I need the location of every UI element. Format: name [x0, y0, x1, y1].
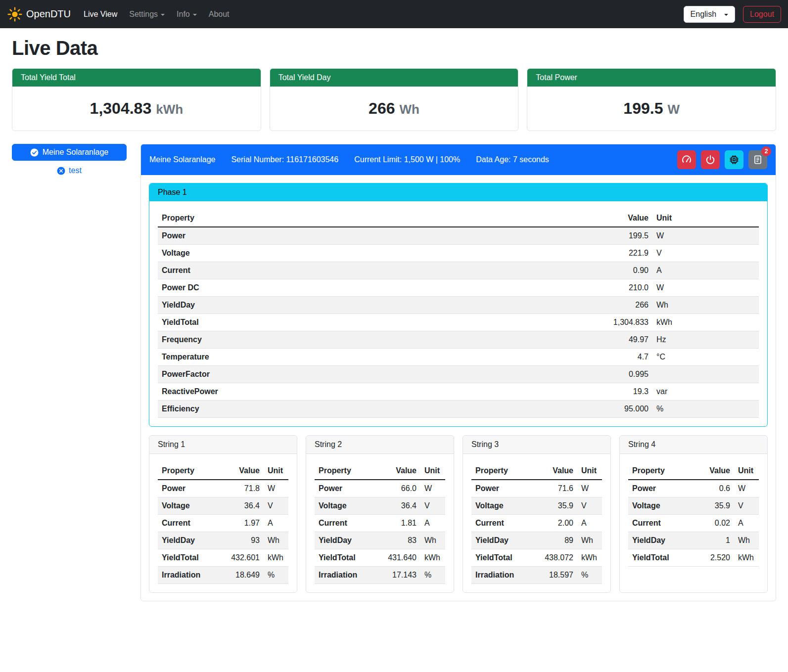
unit-cell: A [734, 515, 759, 532]
property-cell: YieldDay [158, 297, 454, 314]
property-cell: YieldDay [628, 532, 693, 549]
summary-card-total-power: Total Power 199.5W [527, 68, 776, 131]
language-select[interactable]: English [684, 6, 735, 23]
header-property: Property [628, 462, 693, 480]
table-body: Power71.8WVoltage36.4VCurrent1.97AYieldD… [158, 480, 288, 584]
header-unit: Unit [420, 462, 445, 480]
summary-value: 266 [369, 99, 395, 117]
nav-item-label: Settings [129, 10, 158, 19]
table-row: YieldTotal432.601kWh [158, 549, 288, 567]
unit-cell: % [577, 567, 602, 584]
summary-cards-row: Total Yield Total 1,304.83kWh Total Yiel… [12, 68, 776, 131]
value-cell: 0.90 [454, 262, 652, 279]
navbar-right: English Logout [684, 6, 781, 23]
speedometer-icon [681, 154, 692, 165]
page-title: Live Data [12, 37, 776, 59]
summary-card-total-yield-day: Total Yield Day 266Wh [270, 68, 519, 131]
property-cell: Current [158, 262, 454, 279]
header-value: Value [454, 210, 652, 227]
table-row: Voltage36.4V [158, 497, 288, 515]
summary-unit: W [667, 102, 680, 117]
summary-card-title: Total Power [527, 69, 776, 87]
string-card-2: String 2 Property Value Unit [306, 435, 454, 593]
property-cell: YieldTotal [471, 549, 531, 567]
phase-body: Property Value Unit Power199.5WVoltage22… [149, 201, 767, 426]
table-row: Voltage35.9V [628, 497, 759, 515]
header-unit: Unit [652, 210, 759, 227]
table-header-row: Property Value Unit [315, 462, 445, 480]
unit-cell: V [734, 497, 759, 515]
value-cell: 210.0 [454, 279, 652, 297]
table-head: Property Value Unit [471, 462, 602, 480]
value-cell: 19.3 [454, 383, 652, 401]
inverter-name: Meine Solaranlage [149, 155, 215, 164]
nav-item-about[interactable]: About [205, 6, 233, 23]
summary-card-title: Total Yield Total [12, 69, 261, 87]
value-cell: 0.02 [693, 515, 734, 532]
power-toggle-button[interactable] [701, 150, 720, 169]
value-cell: 431.640 [374, 549, 420, 567]
nav-item-settings[interactable]: Settings [125, 6, 169, 23]
header-value: Value [374, 462, 420, 480]
property-cell: YieldTotal [158, 314, 454, 331]
header-value: Value [217, 462, 264, 480]
table-head: Property Value Unit [315, 462, 445, 480]
inverter-actions: 2 [677, 150, 767, 169]
logout-button[interactable]: Logout [743, 6, 781, 23]
check-circle-icon [30, 148, 39, 157]
value-cell: 0.6 [693, 480, 734, 497]
table-row: YieldDay83Wh [315, 532, 445, 549]
table-row: YieldTotal1,304.833kWh [158, 314, 759, 331]
nav-item-info[interactable]: Info [173, 6, 201, 23]
table-row: Voltage36.4V [315, 497, 445, 515]
table-row: Current0.02A [628, 515, 759, 532]
property-cell: Power [315, 480, 374, 497]
table-body: Power0.6WVoltage35.9VCurrent0.02AYieldDa… [628, 480, 759, 567]
chevron-down-icon [193, 14, 197, 16]
property-cell: YieldDay [471, 532, 531, 549]
event-count-badge: 2 [761, 146, 771, 156]
summary-card-body: 199.5W [527, 87, 776, 131]
property-cell: Efficiency [158, 401, 454, 418]
property-cell: Power DC [158, 279, 454, 297]
table-row: PowerFactor0.995 [158, 366, 759, 383]
property-cell: Current [471, 515, 531, 532]
table-row: Power71.6W [471, 480, 602, 497]
property-cell: Voltage [471, 497, 531, 515]
limit-settings-button[interactable] [677, 150, 696, 169]
inverter-sidebar: Meine Solaranlage test [12, 144, 127, 175]
value-cell: 438.072 [531, 549, 577, 567]
device-info-button[interactable] [725, 150, 743, 169]
unit-cell: W [264, 480, 288, 497]
nav-item-label: Info [177, 10, 190, 19]
summary-card-title: Total Yield Day [270, 69, 518, 87]
unit-cell: kWh [577, 549, 602, 567]
inverter-name-label: test [69, 166, 82, 175]
value-cell: 93 [217, 532, 264, 549]
string-card-1: String 1 Property Value Unit [149, 435, 297, 593]
string-table: Property Value Unit Power71.8WVoltage36.… [158, 462, 288, 584]
value-cell: 36.4 [217, 497, 264, 515]
table-row: Irradiation17.143% [315, 567, 445, 584]
header-property: Property [315, 462, 374, 480]
table-row: Frequency49.97Hz [158, 331, 759, 349]
value-cell: 221.9 [454, 245, 652, 262]
unit-cell: W [577, 480, 602, 497]
sidebar-inverter-selected[interactable]: Meine Solaranlage [12, 144, 127, 161]
string-title: String 1 [149, 436, 297, 454]
inverter-panel-body: Phase 1 Property Value Unit Power199.5WV… [141, 175, 776, 601]
header-unit: Unit [734, 462, 759, 480]
string-card-3: String 3 Property Value Unit [463, 435, 611, 593]
nav-item-live-view[interactable]: Live View [80, 6, 121, 23]
unit-cell: % [420, 567, 445, 584]
table-row: YieldDay266Wh [158, 297, 759, 314]
table-row: YieldTotal2.520kWh [628, 549, 759, 567]
sidebar-inverter-test[interactable]: test [12, 166, 127, 175]
unit-cell: kWh [264, 549, 288, 567]
value-cell: 83 [374, 532, 420, 549]
unit-cell: kWh [734, 549, 759, 567]
event-log-button[interactable]: 2 [748, 150, 767, 169]
property-cell: YieldDay [158, 532, 217, 549]
property-cell: Power [158, 227, 454, 245]
brand-link[interactable]: OpenDTU [7, 6, 71, 22]
